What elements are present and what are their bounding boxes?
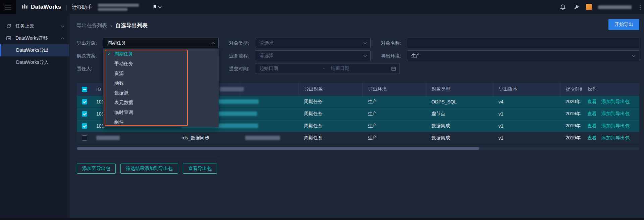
breadcrumb-separator: › [110,23,112,29]
chevron-down-icon [632,53,636,57]
cell-export-object: 周期任务 [299,96,362,107]
view-link[interactable]: 查看 [587,111,597,117]
product-name: DataWorks [31,4,61,10]
section-divider [77,158,219,158]
object-type-label: 对象类型: [229,38,249,48]
dropdown-option-label: 资源 [114,71,124,76]
table-row[interactable]: rds_数据同步 周期任务 生产 数据集成 v1 2019年 查看 添加到导出包 [77,132,639,144]
add-to-package-link[interactable]: 添加到导出包 [601,99,630,105]
sidebar-item-dw-migration[interactable]: DataWorks迁移 [0,32,69,44]
export-object-select[interactable]: 周期任务 [103,38,219,48]
workspace-name-redacted[interactable] [98,4,139,11]
row-checkbox[interactable] [82,111,87,117]
cell-submit-time: 2019年 [560,132,582,144]
sidebar-item-dw-import[interactable]: DataWorks导入 [0,56,69,69]
dropdown-option-component[interactable]: 组件 [103,117,219,127]
export-env-select[interactable]: 生产 [407,50,639,61]
cell-object-type: ODPS_SQL [426,96,493,107]
dropdown-option-table-metadata[interactable]: 表元数据 [103,98,219,107]
business-flow-placeholder: 请选择 [259,53,273,59]
cell-export-version: v4 [493,96,560,107]
user-avatar[interactable] [586,4,592,10]
cell-submit-time: 2019年 [560,108,582,120]
dropdown-option-function[interactable]: 函数 [103,78,219,88]
notification-bell-icon[interactable] [559,3,567,11]
hamburger-menu-icon[interactable] [0,0,16,14]
select-all-checkbox[interactable] [82,87,87,92]
solution-label: 解决方案: [77,50,97,61]
dropdown-option-periodic-task[interactable]: ✓ 周期任务 [103,49,219,59]
cell-export-object: 周期任务 [299,132,362,144]
add-to-package-link[interactable]: 添加到导出包 [601,123,630,129]
dropdown-option-label: 手动任务 [114,61,133,66]
view-export-package-button[interactable]: 查看导出包 [183,164,217,174]
dropdown-option-label: 表元数据 [114,100,133,105]
user-name-redacted[interactable] [598,5,632,9]
dropdown-option-adhoc-query[interactable]: 临时查询 [103,107,219,117]
add-to-package-link[interactable]: 添加到导出包 [601,135,630,141]
breadcrumb-current: 自选导出列表 [115,22,148,29]
cell-export-object: 周期任务 [299,108,362,120]
sidebar-item-dw-export[interactable]: DataWorks导出 [0,44,69,56]
header-operation: 操作 [582,83,639,96]
view-link[interactable]: 查看 [587,99,597,105]
business-flow-select[interactable]: 请选择 [255,50,371,61]
cloud-sync-icon [6,24,11,29]
object-name-input[interactable] [407,38,639,48]
dropdown-option-label: 临时查询 [114,109,133,115]
row-checkbox[interactable] [82,135,87,141]
redacted-id-text [96,136,120,140]
scrollbar-thumb[interactable] [77,147,479,150]
more-options-icon[interactable] [640,5,641,10]
view-link[interactable]: 查看 [587,135,597,141]
object-type-select[interactable]: 请选择 [255,38,371,48]
topbar-divider: | [66,4,67,10]
export-object-label: 导出对象: [77,38,97,48]
row-checkbox[interactable] [82,99,87,104]
view-link[interactable]: 查看 [587,123,597,129]
chevron-up-icon [212,42,215,45]
business-flow-label: 业务流程: [229,50,249,61]
start-export-button[interactable]: 开始导出 [608,19,639,30]
row-checkbox[interactable] [82,123,87,129]
sidebar-item-label: DataWorks导出 [16,47,49,53]
horizontal-scrollbar[interactable] [77,147,639,150]
header-export-env: 导出环境 [362,83,426,96]
cell-name: rds_数据同步 [176,132,240,144]
submit-time-label: 提交时间: [229,63,249,74]
dropdown-option-label: 函数 [114,80,124,86]
redacted-header-text [220,87,244,91]
add-to-package-link[interactable]: 添加到导出包 [601,111,630,117]
sidebar-item-task-cloud[interactable]: 任务上云 [0,20,69,32]
object-type-placeholder: 请选择 [259,40,273,46]
date-end-placeholder: 结束日期 [331,65,350,72]
breadcrumb-parent[interactable]: 导出任务列表 [77,23,107,29]
dropdown-option-label: 数据源 [114,90,128,95]
dropdown-option-manual-task[interactable]: 手动任务 [103,59,219,69]
header-export-object: 导出对象 [299,83,362,96]
calendar-icon [391,66,396,71]
chevron-down-icon [364,41,367,44]
redacted-owner-text [245,136,280,140]
header-owner [240,83,299,96]
export-env-label: 导出环境: [381,50,401,61]
bookmark-icon [153,4,157,10]
sidebar-item-label: DataWorks迁移 [15,35,48,41]
topbar: DataWorks | 迁移助手 [0,0,644,14]
dropdown-option-datasource[interactable]: 数据源 [103,88,219,98]
workspace-switcher[interactable] [153,4,161,10]
export-env-value: 生产 [411,53,421,59]
header-export-version: 导出版本 [493,83,560,96]
dataworks-logo-icon [21,3,28,11]
dropdown-option-resource[interactable]: 资源 [103,69,219,78]
add-to-export-package-button[interactable]: 添加至导出包 [77,164,116,174]
app-name: 迁移助手 [72,4,92,10]
add-filtered-to-package-button[interactable]: 筛选结果添加到导出包 [120,164,178,174]
chevron-up-icon [61,37,64,41]
tools-wrench-icon[interactable] [573,3,580,11]
main-content: 导出任务列表 › 自选导出列表 开始导出 导出对象: 周期任务 对象类型: 请选… [69,14,644,220]
submit-time-range-picker[interactable]: 起始日期 - 结束日期 [255,63,400,74]
cell-export-env: 生产 [362,120,426,132]
page: DataWorks | 迁移助手 [0,0,644,220]
dataworks-logo[interactable]: DataWorks [21,3,61,11]
